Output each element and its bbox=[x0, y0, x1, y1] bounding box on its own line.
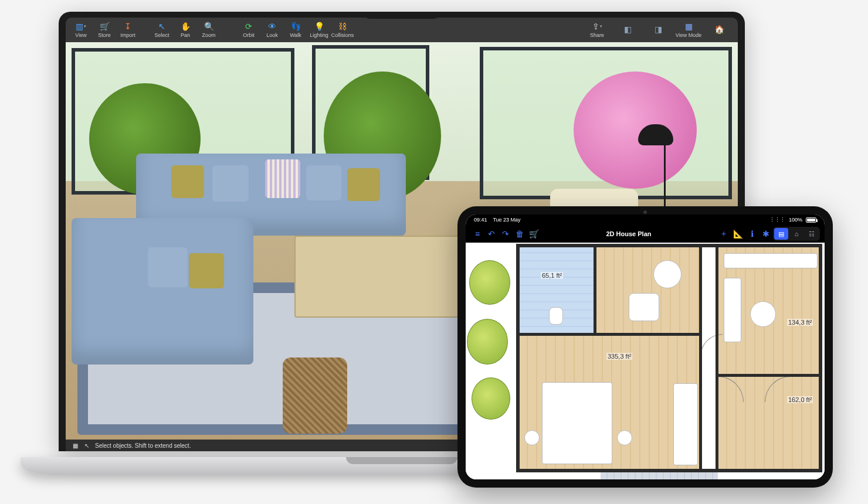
store-icon: 🛒 bbox=[100, 22, 109, 31]
cushion-5 bbox=[347, 168, 380, 201]
nav-delete-button[interactable]: 🗑 bbox=[513, 227, 527, 241]
nav-undo-button[interactable]: ↶ bbox=[484, 227, 499, 241]
cushion-7 bbox=[189, 253, 224, 288]
view-mode-segment: ▤⌂☷ bbox=[773, 227, 820, 241]
toolbar-lighting-button[interactable]: 💡Lighting bbox=[307, 18, 331, 42]
look-label: Look bbox=[266, 32, 278, 38]
plan-title: 2D House Plan bbox=[541, 230, 717, 237]
cushion-6 bbox=[148, 247, 188, 287]
nav-store-button[interactable]: 🛒 bbox=[527, 227, 541, 241]
collisions-label: Collisions bbox=[331, 32, 354, 38]
shelf bbox=[724, 278, 741, 342]
wifi-icon: ⋮⋮⋮ bbox=[769, 217, 785, 223]
ipad-nav-bar: ≡↶↷🗑🛒 2D House Plan ＋📐ℹ✱ ▤⌂☷ bbox=[466, 225, 825, 243]
shrub-2 bbox=[467, 319, 508, 365]
select-label: Select bbox=[154, 32, 169, 38]
hint-text: Select objects. Shift to extend select. bbox=[95, 442, 191, 449]
toolbar-collisions-button[interactable]: ⛓Collisions bbox=[331, 18, 354, 42]
toolbar-store-button[interactable]: 🛒Store bbox=[93, 18, 116, 42]
orbit-icon: ⟳ bbox=[244, 22, 253, 31]
toolbar-share-button[interactable]: ⇪▾Share bbox=[582, 18, 612, 42]
macbook-notch bbox=[364, 12, 440, 19]
nav-snap-button[interactable]: ✱ bbox=[759, 227, 773, 241]
import-icon: ↧ bbox=[123, 22, 133, 31]
wall-w bbox=[516, 244, 520, 472]
status-time: 09:41 bbox=[474, 217, 487, 223]
grid-icon[interactable]: ▦ bbox=[72, 442, 79, 449]
nav-measure-button[interactable]: 📐 bbox=[731, 227, 745, 241]
import-label: Import bbox=[120, 32, 135, 38]
segment-3d[interactable]: ⌂ bbox=[789, 228, 803, 240]
look-icon: 👁 bbox=[267, 22, 277, 31]
toolbar-r3-button[interactable]: 🏠 bbox=[704, 18, 734, 42]
pan-label: Pan bbox=[181, 32, 190, 38]
wall-bath-e bbox=[594, 244, 596, 335]
nav-redo-button[interactable]: ↷ bbox=[499, 227, 513, 241]
ipad-status-bar: 09:41 Tue 23 May ⋮⋮⋮ 100% bbox=[466, 214, 825, 225]
r1-icon: ◧ bbox=[623, 25, 632, 34]
wall-corridor bbox=[716, 244, 718, 471]
share-label: Share bbox=[590, 32, 604, 38]
cushion-3 bbox=[265, 159, 300, 198]
nightstand-l bbox=[524, 430, 540, 445]
toolbar-viewmode-button[interactable]: ▦View Mode bbox=[673, 18, 704, 42]
r3-icon: 🏠 bbox=[714, 25, 724, 34]
segment-2d[interactable]: ▤ bbox=[774, 228, 788, 240]
floor-plan-canvas[interactable]: 65,1 ft² 335,3 ft² 134,3 ft² 162,0 ft² bbox=[466, 243, 825, 479]
walk-label: Walk bbox=[290, 32, 301, 38]
door-living bbox=[700, 334, 723, 356]
cursor-icon: ↖ bbox=[83, 442, 90, 449]
walk-icon: 👣 bbox=[291, 22, 300, 31]
orbit-label: Orbit bbox=[243, 32, 255, 38]
sofa-left bbox=[72, 218, 253, 365]
ipad-device: 09:41 Tue 23 May ⋮⋮⋮ 100% ≡↶↷🗑🛒 2D House… bbox=[457, 206, 833, 488]
nav-menu-button[interactable]: ≡ bbox=[470, 227, 484, 241]
status-date: Tue 23 May bbox=[493, 217, 520, 223]
shrub-3 bbox=[472, 377, 510, 420]
shrub-1 bbox=[469, 260, 510, 305]
toolbar-look-button[interactable]: 👁Look bbox=[260, 18, 284, 42]
select-icon: ↖ bbox=[157, 22, 167, 31]
wicker-basket bbox=[283, 357, 347, 434]
wall-mid-v bbox=[699, 244, 702, 471]
nav-add-button[interactable]: ＋ bbox=[717, 227, 731, 241]
toolbar-zoom-button[interactable]: 🔍Zoom bbox=[197, 18, 221, 42]
label-bed2: 162,0 ft² bbox=[787, 396, 813, 403]
toolbar-select-button[interactable]: ↖Select bbox=[150, 18, 174, 42]
segment-elev[interactable]: ☷ bbox=[805, 228, 819, 240]
wall-e bbox=[819, 244, 822, 472]
room-living-upper bbox=[596, 246, 700, 335]
pan-icon: ✋ bbox=[181, 22, 190, 31]
view-label: View bbox=[75, 32, 86, 38]
store-label: Store bbox=[98, 32, 111, 38]
toolbar-pan-button[interactable]: ✋Pan bbox=[174, 18, 197, 42]
app-toolbar: ▥▾View🛒Store↧Import ↖Select✋Pan🔍Zoom ⟳Or… bbox=[66, 18, 738, 42]
collisions-icon: ⛓ bbox=[338, 22, 347, 31]
toolbar-view-button[interactable]: ▥▾View bbox=[69, 18, 93, 42]
toolbar-walk-button[interactable]: 👣Walk bbox=[284, 18, 307, 42]
battery-pct: 100% bbox=[789, 217, 802, 223]
view-icon: ▥▾ bbox=[76, 22, 86, 31]
share-icon: ⇪▾ bbox=[592, 22, 602, 31]
toolbar-r2-button[interactable]: ◨ bbox=[643, 18, 673, 42]
lighting-label: Lighting bbox=[310, 32, 328, 38]
wardrobe bbox=[673, 383, 698, 465]
tree-pink bbox=[574, 71, 697, 189]
bed bbox=[542, 382, 612, 464]
zoom-icon: 🔍 bbox=[204, 22, 213, 31]
wall-n bbox=[516, 244, 822, 247]
viewmode-label: View Mode bbox=[676, 32, 701, 38]
toolbar-orbit-button[interactable]: ⟳Orbit bbox=[237, 18, 260, 42]
ipad-screen: 09:41 Tue 23 May ⋮⋮⋮ 100% ≡↶↷🗑🛒 2D House… bbox=[466, 214, 825, 479]
label-bath: 65,1 ft² bbox=[541, 272, 563, 279]
cushion-2 bbox=[212, 165, 249, 202]
cushion-4 bbox=[306, 165, 341, 200]
nav-info-button[interactable]: ℹ bbox=[745, 227, 759, 241]
toilet bbox=[549, 307, 563, 325]
label-living: 335,3 ft² bbox=[606, 353, 632, 360]
label-office: 134,3 ft² bbox=[787, 319, 813, 326]
toolbar-import-button[interactable]: ↧Import bbox=[116, 18, 140, 42]
cushion-1 bbox=[171, 165, 204, 198]
coffee-table bbox=[294, 236, 470, 318]
toolbar-r1-button[interactable]: ◧ bbox=[612, 18, 643, 42]
